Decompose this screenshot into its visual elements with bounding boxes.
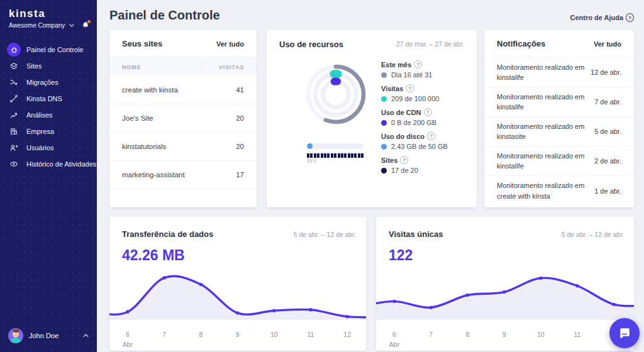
resources-date-range: 27 de mar. – 27 de abr. [396,40,464,48]
sidebar-item-label: Histórico de Atividades [26,160,96,168]
help-icon[interactable]: ? [414,60,422,69]
activity-eye-icon [7,157,21,171]
sidebar-item-historico-de-atividades[interactable]: Histórico de Atividades [0,157,97,171]
sidebar-item-kinsta-dns[interactable]: Kinsta DNS [0,92,97,106]
chevron-down-icon [69,24,74,27]
sidebar-item-usuarios[interactable]: Usuários [0,141,97,155]
sidebar-item-migracoes[interactable]: Migrações [0,75,97,89]
notification-date: 12 de abr. [591,69,621,76]
chat-widget-button[interactable] [609,318,640,348]
transfer-date-range: 5 de abr. – 12 de abr. [294,231,356,238]
sidebar-item-label: Empresa [26,128,54,135]
list-item[interactable]: Monitoramento realizado em kinstalife 2 … [484,146,634,176]
site-visits: 20 [236,114,244,122]
table-row[interactable]: kinstatutorials 20 [109,133,257,161]
legend-value: 0 B de 200 GB [391,119,436,126]
company-switcher[interactable]: Awesome Company [0,19,97,31]
legend-value: Dia 16 até 31 [391,71,432,79]
legend-value: 209 de 100 000 [391,95,439,102]
chat-bubble-icon [618,326,631,340]
help-center-link[interactable]: Centro de Ajuda ? [570,13,634,22]
data-transfer-card: Transferência de dados 5 de abr. – 12 de… [109,217,366,351]
legend-label: Sites [381,157,397,164]
unique-visits-line-chart [376,265,634,322]
x-axis-ticks: 6Abr789101112 [376,331,634,351]
list-item[interactable]: Monitoramento realizado em kinstalife 12… [484,58,634,87]
question-mark-icon: ? [626,13,634,22]
x-axis-ticks: 6Abr789101112 [109,331,366,351]
notification-dot [87,20,91,23]
sites-dash-bar [307,153,365,163]
sidebar-item-empresa[interactable]: Empresa [0,124,97,138]
table-row[interactable]: create with kinsta 41 [109,76,257,104]
notifications-bell-button[interactable] [82,21,89,30]
site-visits: 20 [236,143,244,150]
sidebar-item-sites[interactable]: Sites [0,59,97,73]
sidebar: kinsta Awesome Company Painel de Control… [0,0,97,352]
migrations-icon [7,75,21,89]
notification-message: Monitoramento realizado em create with k… [497,180,594,201]
transfer-card-title: Transferência de dados [122,229,213,239]
notifications-view-all-link[interactable]: Ver tudo [594,40,621,48]
user-menu[interactable]: John Doe [0,327,97,344]
table-row[interactable]: Joe's Site 20 [109,104,257,133]
resource-usage-card: Uso de recursos 27 de mar. – 27 de abr. … [267,30,477,207]
dns-icon [7,92,21,106]
disk-usage-bar [307,143,364,149]
visits-date-range: 5 de abr. – 12 de abr. [562,231,624,238]
notification-message: Monitoramento realizado em kinstasite [497,121,594,142]
company-name: Awesome Company [9,22,65,29]
notification-message: Monitoramento realizado em kinstalife [497,62,591,83]
users-icon [7,141,21,155]
user-name: John Doe [29,332,58,339]
your-sites-card: Seus sites Ver tudo NOME VISITAS create … [109,30,257,207]
sidebar-item-label: Migrações [26,79,58,86]
sidebar-nav: Painel de Controle Sites Migrações Kinst… [0,43,97,173]
help-icon[interactable]: ? [406,84,414,92]
sidebar-item-analises[interactable]: Análises [0,108,97,122]
sites-view-all-link[interactable]: Ver tudo [216,40,244,48]
mykinsta-dashboard: { "sidebar": { "logo": "kinsta", "compan… [0,0,644,352]
disk-usage-bar-fill [307,143,313,149]
sidebar-item-label: Kinsta DNS [26,95,62,102]
site-visits: 17 [236,171,244,179]
legend-dot [381,96,387,102]
visits-total-value: 122 [389,247,413,264]
notification-message: Monitoramento realizado em kinstalife [497,151,594,172]
legend-label: Este mês [381,61,411,69]
resource-usage-donut-chart [304,63,367,126]
list-item[interactable]: Monitoramento realizado em kinstasite 5 … [484,117,634,146]
column-divider [201,63,202,71]
legend-label: Visitas [381,85,403,92]
column-header-name: NOME [122,64,141,70]
sites-table-header: NOME VISITAS [109,58,257,76]
notification-date: 7 de abr. [594,98,621,106]
notification-date: 2 de abr. [594,157,621,165]
legend-dot [381,168,387,173]
notification-date: 1 de abr. [594,187,621,195]
chevron-up-icon [83,334,89,338]
help-icon[interactable]: ? [427,132,435,140]
notification-date: 5 de abr. [594,128,621,135]
help-icon[interactable]: ? [400,156,408,164]
legend-dot [381,144,387,150]
transfer-total-value: 42.26 MB [122,247,185,264]
help-icon[interactable]: ? [424,108,432,116]
sidebar-item-label: Análises [26,111,53,119]
visits-card-title: Visitas únicas [389,229,443,239]
site-name: marketing-assistant [122,171,185,179]
legend-dot [381,120,387,126]
list-item[interactable]: Monitoramento realizado em create with k… [484,176,634,206]
notification-message: Monitoramento realizado em kinstalife [497,92,594,113]
resource-legend: Este mês? Dia 16 até 31 Visitas? 209 de … [381,60,469,180]
sidebar-item-label: Usuários [26,144,53,151]
sites-layers-icon [7,59,21,73]
table-row[interactable]: marketing-assistant 17 [109,161,257,189]
list-item[interactable]: Monitoramento realizado em kinstalife 7 … [484,87,634,117]
sidebar-item-painel-de-controle[interactable]: Painel de Controle [0,43,97,57]
legend-dot [381,72,387,78]
home-icon [7,43,21,57]
avatar [8,328,23,343]
page-title: Painel de Controle [109,8,220,23]
data-transfer-line-chart [109,265,366,322]
